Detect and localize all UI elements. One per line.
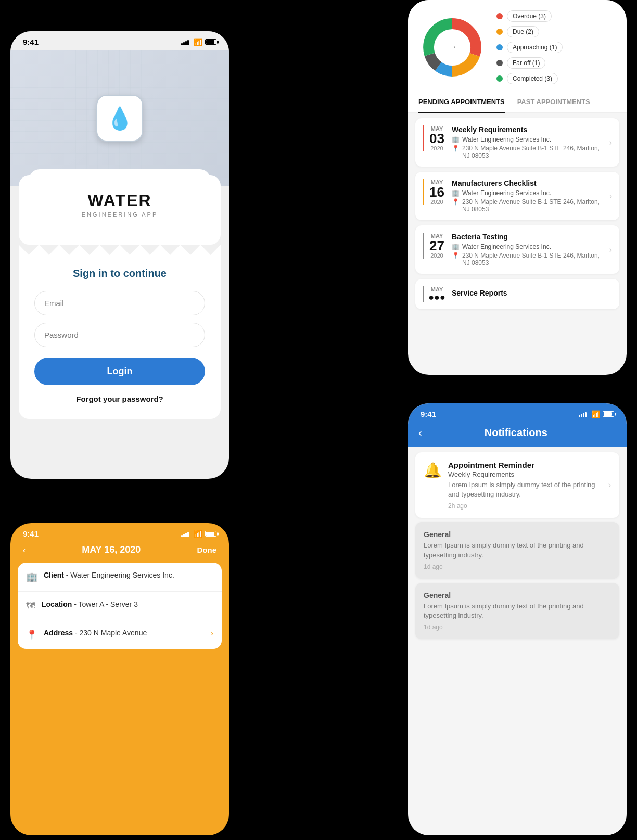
appt-title-3: Bacteria Testing [452, 233, 603, 241]
detail-location-text: Location - Tower A - Server 3 [42, 600, 138, 608]
appt-day-3: 27 [429, 239, 444, 252]
tab-past[interactable]: PAST APPOINTMENTS [517, 92, 590, 113]
notif-time: 9:41 [421, 410, 436, 418]
building-icon: 🏢 [26, 571, 37, 583]
detail-row-address: 📍 Address - 230 N Maple Avenue › [18, 620, 222, 649]
date-col-3: MAY 27 2020 [423, 233, 445, 259]
pin-icon-1: 📍 [452, 145, 460, 152]
zigzag-divider [19, 245, 221, 255]
notif-time-1: 2h ago [448, 502, 602, 510]
notif-title-2: General [424, 530, 611, 539]
forgot-password-link[interactable]: Forgot your password? [34, 394, 205, 403]
appt-arrow-2: › [609, 192, 612, 201]
tab-pending[interactable]: PENDING APPOINTMENTS [418, 92, 505, 113]
login-button[interactable]: Login [34, 358, 205, 385]
notif-body-3: Lorem Ipsum is simply dummy text of the … [424, 602, 611, 620]
appt-company-1: 🏢 Water Engineering Services Inc. [452, 136, 603, 143]
legend-overdue: Overdue (3) [496, 10, 616, 22]
notif-time-3: 1d ago [424, 623, 611, 631]
appt-arrow-1: › [609, 138, 612, 147]
detail-status-bar: 9:41 📶 [10, 523, 229, 542]
detail-done-button[interactable]: Done [197, 545, 217, 554]
appointments-screen: → Overdue (3) Due (2) Approaching (1) Fa… [408, 0, 627, 375]
notif-signal-icon [579, 411, 587, 417]
appt-year-1: 2020 [430, 145, 443, 151]
detail-signal-icon [181, 531, 189, 537]
notif-title-3: General [424, 591, 611, 600]
notif-body-1: Lorem Ipsum is simply dummy text of the … [448, 480, 602, 499]
appt-info-4: Service Reports [452, 289, 612, 299]
login-status-icons: 📶 [181, 38, 216, 46]
building-icon-1: 🏢 [452, 136, 460, 143]
appt-year-3: 2020 [430, 252, 443, 259]
password-input[interactable] [34, 323, 205, 347]
chart-section: → Overdue (3) Due (2) Approaching (1) Fa… [408, 0, 627, 92]
pin-icon-3: 📍 [452, 252, 460, 259]
overdue-label: Overdue (3) [507, 10, 552, 22]
overdue-dot [496, 13, 503, 19]
completed-dot [496, 75, 503, 82]
appt-title-1: Weekly Requirements [452, 125, 603, 134]
detail-battery-icon [205, 531, 216, 537]
detail-row-arrow: › [211, 629, 213, 638]
detail-date-title: MAY 16, 2020 [82, 544, 141, 555]
appt-day-2: 16 [429, 185, 444, 199]
detail-status-icons: 📶 [181, 530, 216, 538]
appointment-card-1[interactable]: MAY 03 2020 Weekly Requirements 🏢 Water … [415, 118, 619, 167]
appt-company-2: 🏢 Water Engineering Services Inc. [452, 189, 603, 197]
notif-status-bar: 9:41 📶 [408, 403, 627, 423]
faroff-dot [496, 60, 503, 66]
appt-address-2: 📍 230 N Maple Avenue Suite B-1 STE 246, … [452, 198, 603, 213]
tabs-row: PENDING APPOINTMENTS PAST APPOINTMENTS [408, 92, 627, 113]
faroff-label: Far off (1) [507, 57, 545, 69]
detail-client-text: Client - Water Engineering Services Inc. [44, 571, 174, 579]
appt-info-2: Manufacturers Checklist 🏢 Water Engineer… [452, 179, 603, 213]
notif-card-3[interactable]: General Lorem Ipsum is simply dummy text… [415, 583, 619, 639]
signal-icon [181, 39, 189, 45]
detail-back-button[interactable]: ‹ [23, 545, 26, 554]
appt-address-1: 📍 230 N Maple Avenue Suite B-1 STE 246, … [452, 145, 603, 159]
svg-text:→: → [448, 42, 457, 52]
notif-title-1: Appointment Reminder [448, 461, 602, 469]
app-title: WATER [34, 191, 205, 210]
login-card: WATER ENGINEERING APP [19, 175, 221, 245]
date-col-1: MAY 03 2020 [423, 125, 445, 151]
signin-title: Sign in to continue [34, 268, 205, 279]
notif-card-1[interactable]: 🔔 Appointment Reminder Weekly Requiremen… [415, 452, 619, 518]
approaching-dot [496, 44, 503, 50]
appointment-card-3[interactable]: MAY 27 2020 Bacteria Testing 🏢 Water Eng… [415, 225, 619, 274]
notifications-screen: 9:41 📶 ‹ Notifications 🔔 Appointment Rem… [408, 403, 627, 835]
detail-row-location: 🗺 Location - Tower A - Server 3 [18, 592, 222, 620]
legend-faroff: Far off (1) [496, 57, 616, 69]
chart-legend: Overdue (3) Due (2) Approaching (1) Far … [496, 10, 616, 84]
bell-icon-1: 🔔 [424, 462, 442, 479]
due-label: Due (2) [507, 26, 539, 37]
pin-icon-2: 📍 [452, 198, 460, 206]
detail-screen: 9:41 📶 ‹ MAY 16, 2020 Done 🏢 Client - Wa… [10, 523, 229, 835]
due-dot [496, 29, 503, 35]
notif-content-1: Appointment Reminder Weekly Requirements… [448, 461, 602, 510]
building-icon-3: 🏢 [452, 243, 460, 250]
appt-company-3: 🏢 Water Engineering Services Inc. [452, 243, 603, 250]
appt-arrow-3: › [609, 245, 612, 254]
notif-arrow-1: › [608, 480, 611, 490]
notif-body-2: Lorem Ipsum is simply dummy text of the … [424, 541, 611, 559]
notif-back-button[interactable]: ‹ [418, 427, 422, 439]
notif-card-2[interactable]: General Lorem Ipsum is simply dummy text… [415, 522, 619, 578]
appointment-card-4[interactable]: MAY ●●● Service Reports [415, 279, 619, 309]
date-col-4: MAY ●●● [423, 286, 445, 302]
appointment-card-2[interactable]: MAY 16 2020 Manufacturers Checklist 🏢 Wa… [415, 172, 619, 220]
map-icon: 🗺 [26, 601, 35, 612]
notif-status-icons: 📶 [579, 410, 614, 418]
notif-sub-1: Weekly Requirements [448, 470, 602, 478]
approaching-label: Approaching (1) [507, 42, 563, 53]
donut-chart-svg: → [418, 14, 486, 81]
notif-screen-title: Notifications [426, 427, 606, 439]
email-input[interactable] [34, 291, 205, 315]
notif-battery-icon [603, 411, 614, 417]
building-icon-2: 🏢 [452, 189, 460, 197]
notif-content-2: General Lorem Ipsum is simply dummy text… [424, 530, 611, 570]
battery-icon [205, 39, 216, 45]
appt-day-4: ●●● [428, 292, 445, 302]
login-status-bar: 9:41 📶 [10, 31, 229, 50]
